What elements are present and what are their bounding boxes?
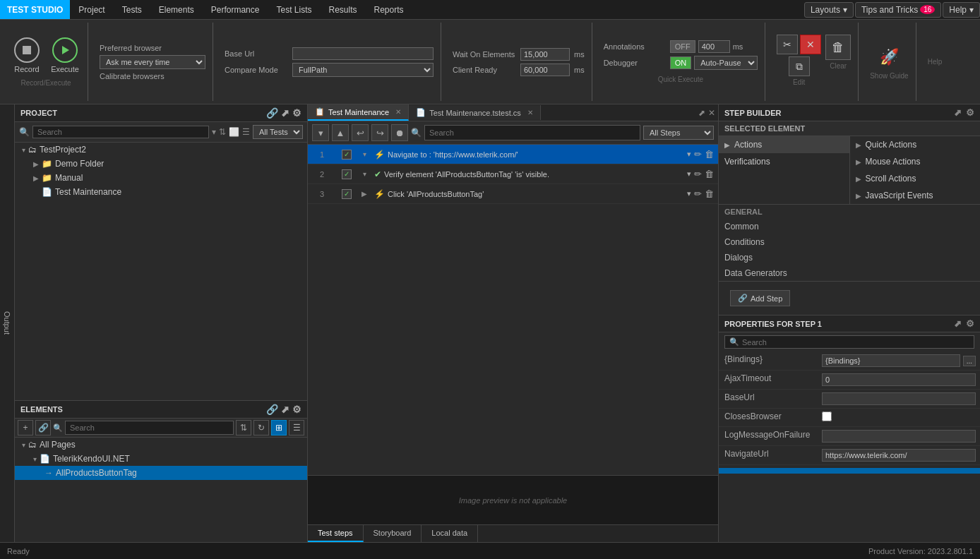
annotations-toggle[interactable]: OFF [670,40,695,53]
record-btn[interactable]: ⏺ [391,124,408,141]
edit-step-icon[interactable]: ✏ [694,188,702,199]
elements-link-icon[interactable]: 🔗 [266,404,278,415]
tips-button[interactable]: Tips and Tricks 16 [855,2,941,18]
checkbox-1[interactable] [342,150,352,160]
log-message-input[interactable] [822,430,976,443]
preferred-browser-select[interactable]: Ask me every time [100,55,205,69]
step-check-1[interactable] [336,150,357,160]
quick-actions-item[interactable]: ▶ Quick Actions [850,136,981,153]
auto-pause-select[interactable]: Auto-Pause [694,56,758,70]
project-link-icon[interactable]: 🔗 [266,107,278,119]
execute-button[interactable]: Execute [49,37,80,73]
sort-elem-btn[interactable]: ⇅ [236,420,251,435]
layouts-dropdown[interactable]: Layouts ▾ [804,2,854,18]
tree-item-manual[interactable]: ▶ 📁 Manual [15,171,307,185]
scroll-actions-item[interactable]: ▶ Scroll Actions [850,170,981,187]
chevron-down-icon[interactable]: ▾ [687,150,691,159]
expand-all-btn[interactable]: ▾ [312,124,329,141]
settings-props-icon[interactable]: ⚙ [966,318,974,329]
delete-step-icon[interactable]: 🗑 [705,188,714,199]
tree-item-allproducts-btn[interactable]: → AllProductsButtonTag [15,466,307,480]
general-conditions[interactable]: Conditions [719,234,980,250]
client-ready-input[interactable] [520,64,570,76]
output-tab[interactable]: Output [0,104,15,542]
bindings-input[interactable] [822,354,960,367]
step-row-1[interactable]: 1 ▾ ⚡ Navigate to : 'https://www.telerik… [308,145,718,164]
step-row-3[interactable]: 3 ▶ ⚡ Click 'AllProductsButtonTag' ▾ ✏ 🗑 [308,184,718,204]
tab-test-maintenance-ts[interactable]: 📄 Test Maintenance.tstest.cs ✕ [409,105,541,120]
delete-step-icon[interactable]: 🗑 [705,149,714,160]
chevron-down-icon[interactable]: ▾ [687,189,691,198]
restore-tab-icon[interactable]: ⬈ [698,108,705,118]
actions-item[interactable]: ▶ Actions [719,136,849,153]
js-events-item[interactable]: ▶ JavaScript Events [850,187,981,204]
record-button[interactable]: Record [11,37,42,73]
project-filter-select[interactable]: All Tests [253,125,303,139]
menu-reports[interactable]: Reports [365,0,412,19]
general-dialogs[interactable]: Dialogs [719,250,980,265]
project-open-icon[interactable]: ⬈ [281,107,289,119]
settings-step-builder-icon[interactable]: ⚙ [966,107,974,118]
navigate-url-input[interactable] [822,449,976,462]
checkbox-3[interactable] [342,189,352,199]
step-check-2[interactable] [336,169,357,179]
link-element-btn[interactable]: 🔗 [35,420,51,435]
scissors-button[interactable]: ✂ [777,35,798,54]
project-settings-icon[interactable]: ⚙ [292,107,301,119]
redo-btn[interactable]: ↪ [371,124,388,141]
tree-item-testproject2[interactable]: ▾ 🗂 TestProject2 [15,143,307,157]
tab-storyboard[interactable]: Storyboard [364,525,422,542]
close-button[interactable]: ✕ [800,35,821,54]
project-search-input[interactable] [32,126,209,138]
add-step-button[interactable]: 🔗 Add Step [730,290,790,306]
menu-performance[interactable]: Performance [203,0,268,19]
expand-props-icon[interactable]: ⬈ [954,318,962,329]
menu-tests[interactable]: Tests [114,0,150,19]
help-dropdown[interactable]: Help ▾ [943,2,980,18]
annotations-value-input[interactable] [698,40,730,53]
copy-button[interactable]: ⧉ [789,56,810,76]
clear-button[interactable]: 🗑 [825,35,851,60]
tab-close-button-2[interactable]: ✕ [527,109,533,116]
menu-elements[interactable]: Elements [150,0,203,19]
up-btn[interactable]: ▲ [332,124,349,141]
collapse-icon[interactable]: ☰ [242,127,250,137]
calibrate-browsers-link[interactable]: Calibrate browsers [100,72,165,80]
ajax-timeout-input[interactable] [822,373,976,386]
base-url-prop-input[interactable] [822,392,976,405]
step-expand-3[interactable]: ▶ [357,190,371,198]
elements-settings-icon[interactable]: ⚙ [292,404,301,415]
expand-icon[interactable]: ⬜ [229,127,239,137]
chevron-down-icon[interactable]: ▾ [687,169,691,179]
props-search-input[interactable] [742,338,969,347]
edit-step-icon[interactable]: ✏ [694,169,702,179]
verifications-item[interactable]: Verifications [719,153,849,170]
tree-item-all-pages[interactable]: ▾ 🗂 All Pages [15,438,307,452]
closes-browser-checkbox[interactable] [822,411,832,421]
expand-step-builder-icon[interactable]: ⬈ [954,107,962,118]
base-url-input[interactable] [292,47,434,60]
delete-step-icon[interactable]: 🗑 [705,169,714,179]
elements-open-icon[interactable]: ⬈ [281,404,289,415]
step-check-3[interactable] [336,189,357,199]
step-row-2[interactable]: 2 ▾ ✔ Verify element 'AllProductsButtonT… [308,164,718,184]
checkbox-2[interactable] [342,169,352,179]
chevron-down-icon[interactable]: ▾ [212,127,216,137]
add-element-btn[interactable]: + [18,420,33,435]
elements-search-input[interactable] [65,421,234,435]
tab-local-data[interactable]: Local data [422,525,478,542]
menu-results[interactable]: Results [320,0,365,19]
undo-btn[interactable]: ↩ [352,124,369,141]
edit-step-icon[interactable]: ✏ [694,149,702,160]
wait-on-elements-input[interactable] [520,48,570,61]
tree-item-demo-folder[interactable]: ▶ 📁 Demo Folder [15,157,307,171]
sort-icon[interactable]: ⇅ [219,127,226,137]
mouse-actions-item[interactable]: ▶ Mouse Actions [850,153,981,170]
tab-test-steps[interactable]: Test steps [308,525,364,542]
steps-search-input[interactable] [424,125,640,140]
menu-project[interactable]: Project [70,0,113,19]
tab-test-maintenance[interactable]: 📋 Test Maintenance ✕ [308,104,409,121]
grid-elem-btn[interactable]: ⊞ [271,420,287,435]
debugger-toggle[interactable]: ON [670,56,692,69]
step-expand-1[interactable]: ▾ [357,150,371,158]
